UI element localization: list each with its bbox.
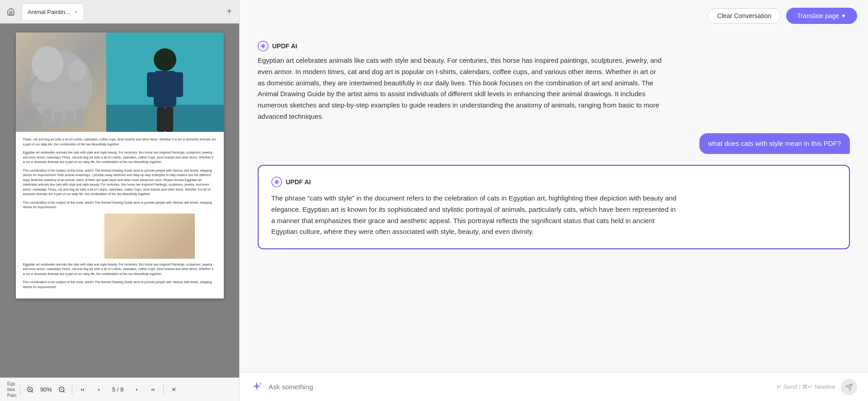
close-button[interactable] [167, 383, 180, 396]
nav-next-button[interactable] [131, 383, 143, 396]
svg-rect-6 [76, 109, 84, 127]
toolbar-text: Egy. bea Pain [7, 381, 16, 398]
user-message: what does cats with style mean in this P… [258, 133, 850, 154]
zoom-display: 90% [40, 386, 52, 393]
right-header: Clear Conversation Translate page ✦ [240, 0, 868, 32]
nav-prev-button[interactable] [92, 383, 105, 396]
updf-ai-logo-2 [271, 177, 282, 187]
toolbar-divider-2 [72, 384, 72, 395]
zoom-out-button[interactable] [56, 383, 68, 396]
home-button[interactable] [4, 5, 18, 19]
pdf-page: Times, cat and dog art sells a lot of t-… [16, 33, 224, 298]
pdf-para-3: This combination is the subject of this … [23, 168, 217, 197]
clear-conversation-button[interactable]: Clear Conversation [708, 8, 781, 23]
colored-pencils [104, 214, 195, 259]
ai-message-box: UPDF AI The phrase "cats with style" in … [258, 165, 850, 249]
tab-bar: Animal Paintin... × + [0, 0, 239, 23]
svg-rect-12 [174, 72, 183, 97]
pdf-image-elephant [16, 33, 106, 132]
ai-header-2: UPDF AI [271, 177, 836, 187]
svg-point-9 [154, 48, 176, 71]
svg-rect-5 [66, 110, 74, 127]
sparkle-icon [250, 381, 263, 393]
pdf-viewer: Times, cat and dog art sells a lot of t-… [0, 23, 239, 378]
svg-point-2 [68, 60, 86, 82]
pdf-image-person [106, 33, 224, 132]
toolbar-divider-3 [163, 384, 164, 395]
pdf-para-6: This combination is the subject of this … [23, 280, 217, 289]
toolbar-bottom: Egy. bea Pain 90% [0, 378, 239, 401]
chat-area: UPDF AI Egyptian art celebrates animals … [240, 32, 868, 372]
svg-point-27 [276, 181, 278, 183]
input-hint: ↵ Send / ⌘↵ Newline [777, 383, 835, 390]
svg-line-21 [63, 391, 65, 392]
right-panel: Clear Conversation Translate page ✦ UPDF… [240, 0, 868, 401]
zoom-in-button[interactable] [24, 383, 37, 396]
pdf-image-section [16, 33, 224, 132]
pdf-para-4: This combination is the subject of this … [23, 200, 217, 210]
ai-header-1: UPDF AI [258, 41, 850, 51]
ai-name-2: UPDF AI [286, 178, 311, 186]
svg-rect-3 [43, 109, 51, 127]
pdf-para-2: Egyptian art celebrates animals like cat… [23, 150, 217, 165]
tab-item[interactable]: Animal Paintin... × [22, 4, 84, 20]
svg-rect-11 [147, 72, 156, 97]
nav-first-button[interactable] [76, 383, 89, 396]
pdf-pencils-image [104, 214, 195, 259]
updf-ai-logo-1 [258, 41, 269, 51]
svg-rect-13 [157, 107, 165, 132]
ai-text-2: The phrase "cats with style" in the docu… [271, 193, 678, 238]
ai-text-1: Egyptian art celebrates animals like cat… [258, 55, 665, 122]
send-button[interactable] [841, 379, 857, 395]
toolbar-divider-1 [20, 384, 20, 395]
tab-close-button[interactable]: × [74, 8, 78, 15]
zoom-value: 90% [40, 386, 52, 393]
nav-last-button[interactable] [147, 383, 160, 396]
chat-input[interactable] [269, 383, 771, 391]
chat-input-area: ↵ Send / ⌘↵ Newline [240, 372, 868, 401]
translate-button[interactable]: Translate page ✦ [786, 8, 857, 24]
ai-message-1: UPDF AI Egyptian art celebrates animals … [258, 41, 850, 122]
svg-line-18 [32, 391, 33, 392]
add-tab-button[interactable]: + [223, 5, 236, 18]
svg-rect-4 [54, 112, 62, 127]
page-display: 5 / 9 [108, 386, 127, 393]
pdf-para-5: Egyptian art celebrates animals like cat… [23, 262, 217, 277]
pdf-text-content: Times, cat and dog art sells a lot of t-… [16, 132, 224, 298]
svg-point-25 [262, 45, 264, 47]
svg-rect-10 [154, 71, 176, 107]
svg-rect-14 [165, 107, 173, 132]
user-bubble: what does cats with style mean in this P… [699, 133, 850, 154]
tab-label: Animal Paintin... [28, 9, 70, 15]
pdf-para-1: Times, cat and dog art sells a lot of t-… [23, 137, 217, 147]
left-panel: Animal Paintin... × + [0, 0, 240, 401]
ai-name-1: UPDF AI [272, 42, 297, 50]
